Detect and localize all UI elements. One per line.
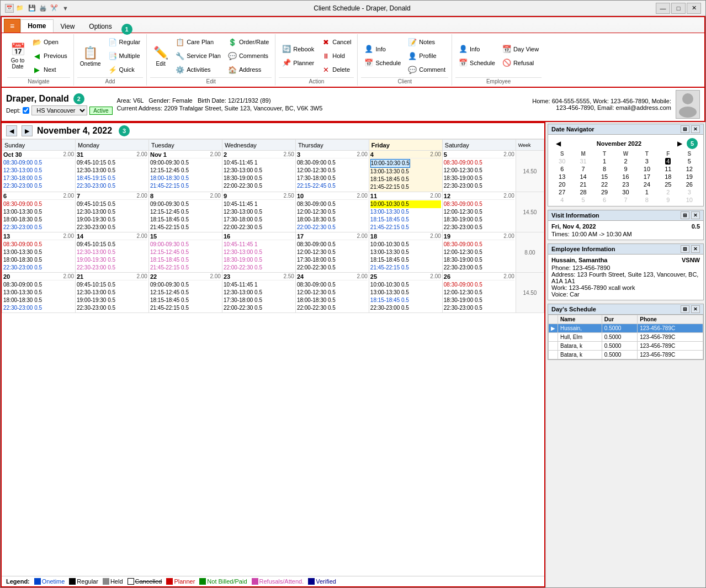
dnav-day-cell[interactable]: 31 — [572, 157, 593, 165]
time-entry[interactable]: 18:15-18:45 0.5 — [370, 296, 441, 304]
time-entry[interactable]: 18:30-19:00 0.5 — [444, 256, 514, 264]
time-entry[interactable]: 18:00-18:30 0.5 — [3, 256, 74, 264]
time-entry[interactable]: 13:00-13:30 0.5 — [3, 208, 74, 216]
time-entry[interactable]: 19:00-19:30 0.5 — [77, 216, 147, 224]
dnav-day-cell[interactable]: 1 — [594, 157, 615, 165]
cal-day-cell[interactable]: 32.0008:30-09:00 0.512:00-12:30 0.517:30… — [295, 151, 369, 192]
dnav-day-cell[interactable]: 30 — [551, 157, 572, 165]
time-entry[interactable]: 18:15-18:45 0.5 — [150, 216, 221, 224]
time-entry[interactable]: 18:30-19:00 0.5 — [224, 256, 294, 264]
dnav-next-button[interactable]: ▶ — [675, 140, 684, 147]
time-entry[interactable]: 09:00-09:30 0.5 — [150, 281, 221, 289]
date-nav-close-btn[interactable]: ✕ — [691, 125, 700, 133]
dnav-day-cell[interactable]: 12 — [679, 165, 700, 173]
time-entry[interactable]: 09:00-09:30 0.5 — [150, 241, 221, 248]
client-info-button[interactable]: 👤 Info — [361, 43, 404, 56]
cal-day-cell[interactable]: Nov 12.0009:00-09:30 0.512:15-12:45 0.51… — [148, 151, 222, 192]
time-entry[interactable]: 12:30-13:00 0.5 — [224, 248, 294, 256]
previous-button[interactable]: ◀ Previous — [29, 49, 70, 62]
qa-cut[interactable]: ✂️ — [50, 4, 58, 12]
time-entry[interactable]: 12:15-12:45 0.5 — [150, 248, 221, 256]
time-entry[interactable]: 08:30-09:00 0.5 — [297, 241, 368, 248]
time-entry[interactable]: 17:30-18:00 0.5 — [224, 296, 294, 304]
dnav-day-cell[interactable]: 15 — [594, 173, 615, 181]
cal-day-cell[interactable]: 192.0008:30-09:00 0.512:00-12:30 0.518:3… — [442, 232, 516, 273]
dnav-day-cell[interactable]: 11 — [657, 165, 678, 173]
dnav-day-cell[interactable]: 14 — [572, 173, 593, 181]
dept-select[interactable]: HS Vancouver — [31, 105, 87, 115]
time-entry[interactable]: 09:45-10:15 0.5 — [77, 281, 147, 289]
dnav-day-cell[interactable]: 13 — [551, 173, 572, 181]
onetime-button[interactable]: 📋 Onetime — [77, 44, 104, 68]
dnav-day-cell[interactable]: 23 — [615, 181, 636, 188]
time-entry[interactable]: 12:30-13:00 0.5 — [77, 289, 147, 296]
dnav-day-cell[interactable]: 3 — [636, 157, 657, 165]
time-entry[interactable]: 12:15-12:45 0.5 — [150, 208, 221, 216]
cal-day-cell[interactable]: 232.5010:45-11:45 112:30-13:00 0.517:30-… — [222, 273, 295, 313]
dnav-day-cell[interactable]: 10 — [679, 196, 700, 204]
dnav-day-cell[interactable]: 16 — [615, 173, 636, 181]
time-entry[interactable]: 12:30-13:00 0.5 — [224, 289, 294, 296]
maximize-button[interactable]: □ — [671, 3, 686, 14]
cal-day-cell[interactable]: 1610:45-11:45 112:30-13:00 0.518:30-19:0… — [222, 232, 295, 273]
time-entry[interactable]: 13:00-13:30 0.5 — [370, 208, 441, 216]
time-entry[interactable]: 22:00-22:30 0.5 — [297, 304, 368, 312]
time-entry[interactable]: 22:00-22:30 0.5 — [224, 304, 294, 312]
time-entry[interactable]: 18:15-18:45 0.5 — [150, 256, 221, 264]
visit-info-close-btn[interactable]: ✕ — [691, 211, 700, 219]
time-entry[interactable]: 22:00-22:30 0.5 — [224, 264, 294, 272]
dept-checkbox[interactable] — [23, 107, 29, 114]
time-entry[interactable]: 12:30-13:00 0.5 — [224, 167, 294, 174]
service-plan-button[interactable]: 🔧 Service Plan — [172, 49, 224, 62]
time-entry[interactable]: 17:30-18:00 0.5 — [297, 256, 368, 264]
cal-day-cell[interactable]: 312.0009:45-10:15 0.512:30-13:00 0.518:4… — [75, 151, 148, 192]
dnav-day-cell[interactable]: 3 — [679, 188, 700, 196]
open-button[interactable]: 📂 Open — [29, 35, 70, 49]
dnav-day-cell[interactable]: 7 — [615, 196, 636, 204]
dnav-day-cell[interactable]: 18 — [657, 173, 678, 181]
time-entry[interactable]: 08:30-09:00 0.5 — [444, 241, 514, 248]
schedule-row[interactable]: Hull, Elm0.5000123-456-789C — [549, 333, 703, 342]
dnav-day-cell[interactable]: 24 — [636, 181, 657, 188]
qa-save[interactable]: 📁 — [16, 4, 24, 12]
time-entry[interactable]: 18:30-19:00 0.5 — [444, 216, 514, 224]
client-notes-button[interactable]: 📝 Notes — [405, 35, 448, 49]
tab-home-icon[interactable]: ≡ — [4, 19, 20, 33]
date-nav-restore-btn[interactable]: ⊞ — [681, 125, 689, 133]
dnav-day-cell[interactable]: 4 — [551, 196, 572, 204]
cal-day-cell[interactable]: 92.5010:45-11:45 112:30-13:00 0.517:30-1… — [222, 192, 295, 232]
time-entry[interactable]: 08:30-09:00 0.5 — [444, 200, 514, 208]
multiple-button[interactable]: 📑 Multiple — [105, 49, 144, 62]
cal-day-cell[interactable]: 142.0009:45-10:15 0.512:30-13:00 0.519:0… — [75, 232, 148, 273]
time-entry[interactable]: 10:00-10:30 0.5 — [370, 241, 441, 248]
dnav-day-cell[interactable]: 8 — [636, 196, 657, 204]
tab-options[interactable]: Options — [82, 20, 119, 33]
time-entry[interactable]: 22:30-23:00 0.5 — [370, 304, 441, 312]
time-entry[interactable]: 18:15-18:45 0.5 — [370, 176, 441, 183]
dnav-prev-button[interactable]: ◀ — [554, 140, 563, 147]
time-entry[interactable]: 12:30-13:00 0.5 — [77, 248, 147, 256]
cal-prev-button[interactable]: ◀ — [6, 125, 17, 136]
dnav-day-cell[interactable]: 2 — [615, 157, 636, 165]
address-button[interactable]: 🏠 Address — [225, 63, 272, 76]
time-entry[interactable]: 22:30-23:00 0.5 — [3, 182, 74, 190]
emp-schedule-button[interactable]: 📅 Schedule — [455, 56, 498, 70]
cal-day-cell[interactable]: 102.0008:30-09:00 0.512:00-12:30 0.518:0… — [295, 192, 369, 232]
cal-day-cell[interactable]: 222.0009:00-09:30 0.512:15-12:45 0.518:1… — [148, 273, 222, 313]
time-entry[interactable]: 13:00-13:30 0.5 — [370, 168, 441, 176]
qa-dropdown[interactable]: ▼ — [62, 5, 68, 12]
time-entry[interactable]: 22:30-23:00 0.5 — [3, 224, 74, 231]
time-entry[interactable]: 18:15-18:45 0.5 — [150, 296, 221, 304]
qa-print[interactable]: 🖨️ — [39, 4, 47, 12]
cal-day-cell[interactable]: 262.0008:30-09:00 0.512:00-12:30 0.518:3… — [442, 273, 516, 313]
time-entry[interactable]: 18:00-18:30 0.5 — [297, 216, 368, 224]
time-entry[interactable]: 08:30-09:00 0.5 — [444, 159, 514, 167]
dnav-day-cell[interactable]: 4 — [657, 157, 678, 165]
time-entry[interactable]: 18:30-19:00 0.5 — [444, 296, 514, 304]
close-button[interactable]: ✕ — [687, 3, 701, 14]
cal-day-cell[interactable]: Oct 302.0008:30-09:00 0.512:30-13:00 0.5… — [2, 151, 76, 192]
cal-day-cell[interactable]: 182.0010:00-10:30 0.513:00-13:30 0.518:1… — [369, 232, 442, 273]
client-schedule-button[interactable]: 📅 Schedule — [361, 56, 404, 70]
time-entry[interactable]: 12:15-12:45 0.5 — [150, 289, 221, 296]
time-entry[interactable]: 08:30-09:00 0.5 — [444, 281, 514, 289]
